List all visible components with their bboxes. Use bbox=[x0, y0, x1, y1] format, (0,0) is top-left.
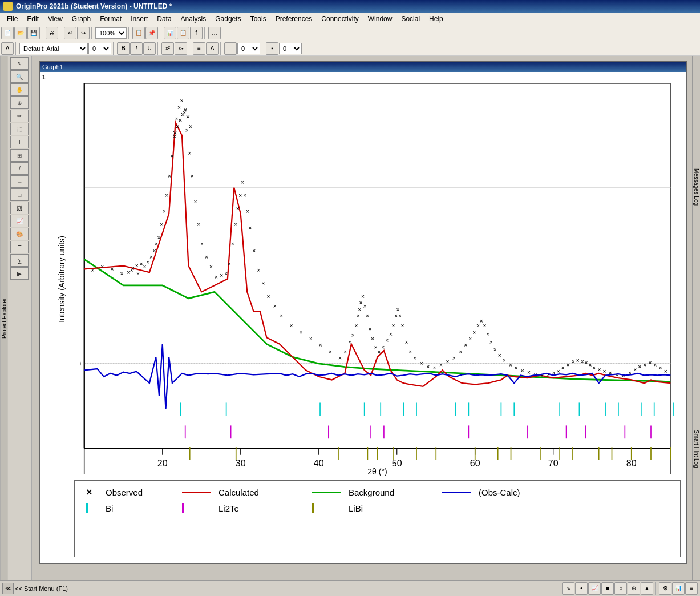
print-btn[interactable]: 🖨 bbox=[46, 27, 58, 39]
paste-btn[interactable]: 📌 bbox=[145, 27, 158, 39]
bottom-btn-4[interactable]: ■ bbox=[601, 582, 614, 595]
obs-calc-label: (Obs-Calc) bbox=[479, 488, 547, 497]
menu-gadgets[interactable]: Gadgets bbox=[211, 14, 245, 24]
svg-text:×: × bbox=[638, 364, 641, 370]
draw-tool[interactable]: ✏ bbox=[10, 110, 29, 122]
svg-text:×: × bbox=[149, 254, 153, 260]
align-left-btn[interactable]: ≡ bbox=[193, 42, 205, 55]
toolbar-1: 📄 📂 💾 🖨 ↩ ↪ 100% 📋 📌 📊 📋 f … bbox=[0, 25, 700, 41]
menu-preferences[interactable]: Preferences bbox=[271, 14, 317, 24]
chart-svg: 0 20 30 40 50 60 70 80 bbox=[80, 83, 675, 474]
svg-text:×: × bbox=[408, 349, 412, 355]
subscript-btn[interactable]: x₂ bbox=[175, 42, 187, 55]
superscript-btn[interactable]: x² bbox=[161, 42, 174, 55]
svg-text:×: × bbox=[175, 116, 178, 122]
svg-text:×: × bbox=[343, 349, 347, 355]
svg-text:×: × bbox=[228, 261, 231, 267]
formula-tool[interactable]: ∑ bbox=[10, 254, 29, 267]
messages-log-label[interactable]: Messages Log bbox=[693, 56, 700, 318]
graph-btn[interactable]: 📊 bbox=[164, 27, 176, 39]
bottom-btn-2[interactable]: • bbox=[575, 582, 588, 595]
fill-dropdown[interactable]: 0 bbox=[279, 43, 302, 54]
chart-area[interactable]: 0 20 30 40 50 60 70 80 bbox=[80, 83, 675, 474]
svg-text:×: × bbox=[183, 110, 186, 116]
menu-connectivity[interactable]: Connectivity bbox=[317, 14, 363, 24]
menu-file[interactable]: File bbox=[2, 14, 22, 24]
crosshair-tool[interactable]: ⊕ bbox=[10, 96, 29, 109]
func-btn[interactable]: f bbox=[190, 27, 203, 39]
table-tool[interactable]: ⊞ bbox=[10, 149, 29, 162]
italic-btn[interactable]: I bbox=[130, 42, 143, 55]
svg-text:×: × bbox=[153, 248, 156, 254]
svg-text:×: × bbox=[246, 208, 249, 215]
new-btn[interactable]: 📄 bbox=[1, 27, 14, 39]
legend-tool[interactable]: ≣ bbox=[10, 241, 29, 253]
pan-tool[interactable]: ✋ bbox=[10, 83, 29, 96]
bottom-btn-5[interactable]: ○ bbox=[614, 582, 627, 595]
smart-hint-label[interactable]: Smart Hint Log bbox=[693, 318, 700, 580]
svg-text:×: × bbox=[243, 192, 246, 199]
menu-social[interactable]: Social bbox=[396, 14, 424, 24]
svg-text:×: × bbox=[215, 274, 218, 280]
menu-window[interactable]: Window bbox=[363, 14, 397, 24]
expand-tool[interactable]: ▶ bbox=[10, 267, 29, 280]
svg-text:×: × bbox=[351, 332, 355, 339]
menu-tools[interactable]: Tools bbox=[246, 14, 271, 24]
underline-btn[interactable]: U bbox=[143, 42, 156, 55]
graph-object-tool[interactable]: 📈 bbox=[10, 215, 29, 227]
color-tool[interactable]: 🎨 bbox=[10, 228, 29, 240]
menu-help[interactable]: Help bbox=[424, 14, 448, 24]
line-style-btn[interactable]: — bbox=[224, 42, 237, 55]
observed-symbol: × bbox=[86, 486, 103, 498]
svg-text:×: × bbox=[361, 293, 365, 300]
copy-btn[interactable]: 📋 bbox=[132, 27, 145, 39]
bottom-btn-3[interactable]: 📈 bbox=[588, 582, 601, 595]
bottom-btn-8[interactable]: ⚙ bbox=[659, 582, 671, 595]
menu-graph[interactable]: Graph bbox=[67, 14, 95, 24]
text-tool[interactable]: T bbox=[10, 136, 29, 148]
bottom-btn-10[interactable]: ≡ bbox=[685, 582, 698, 595]
line-tool[interactable]: / bbox=[10, 162, 29, 175]
fontsize-dropdown[interactable]: 0 bbox=[88, 43, 111, 54]
redo-btn[interactable]: ↪ bbox=[77, 27, 90, 39]
menu-insert[interactable]: Insert bbox=[126, 14, 152, 24]
svg-text:×: × bbox=[170, 153, 173, 159]
text-color-btn[interactable]: A bbox=[206, 42, 219, 55]
svg-text:×: × bbox=[572, 359, 575, 365]
menu-data[interactable]: Data bbox=[152, 14, 176, 24]
arrow-tool[interactable]: → bbox=[10, 175, 29, 188]
bottom-btn-9[interactable]: 📊 bbox=[672, 582, 685, 595]
svg-text:×: × bbox=[413, 355, 416, 361]
menu-format[interactable]: Format bbox=[95, 14, 126, 24]
status-arrow[interactable]: ≪ bbox=[2, 583, 14, 594]
project-explorer-label[interactable]: Project Explorer bbox=[0, 56, 8, 580]
svg-text:×: × bbox=[521, 368, 524, 374]
bold-btn[interactable]: B bbox=[117, 42, 130, 55]
line-width-dropdown[interactable]: 0 bbox=[237, 43, 260, 54]
bottom-btn-6[interactable]: ⊕ bbox=[628, 582, 640, 595]
save-btn[interactable]: 💾 bbox=[27, 27, 40, 39]
observed-label: Observed bbox=[106, 488, 180, 497]
more-btn[interactable]: … bbox=[208, 27, 221, 39]
zoom-dropdown[interactable]: 100% bbox=[95, 27, 127, 39]
pointer-tool[interactable]: ↖ bbox=[10, 57, 29, 70]
zoom-in-tool[interactable]: 🔍 bbox=[10, 70, 29, 83]
rect-tool[interactable]: □ bbox=[10, 188, 29, 201]
fill-btn[interactable]: ▪ bbox=[266, 42, 278, 55]
menu-analysis[interactable]: Analysis bbox=[176, 14, 211, 24]
font-dropdown[interactable]: Default: Arial bbox=[19, 43, 88, 54]
image-tool[interactable]: 🖼 bbox=[10, 202, 29, 214]
bottom-btn-1[interactable]: ∿ bbox=[562, 582, 574, 595]
table-btn[interactable]: 📋 bbox=[177, 27, 189, 39]
menu-view[interactable]: View bbox=[43, 14, 67, 24]
svg-text:×: × bbox=[127, 269, 130, 276]
bottom-btn-7[interactable]: ▲ bbox=[641, 582, 653, 595]
svg-text:×: × bbox=[659, 365, 662, 371]
svg-text:×: × bbox=[389, 331, 393, 337]
font-color-btn[interactable]: A bbox=[1, 42, 14, 55]
undo-btn[interactable]: ↩ bbox=[64, 27, 76, 39]
menu-edit[interactable]: Edit bbox=[22, 14, 43, 24]
region-tool[interactable]: ⬚ bbox=[10, 123, 29, 135]
open-btn[interactable]: 📂 bbox=[14, 27, 27, 39]
svg-text:×: × bbox=[163, 208, 166, 215]
